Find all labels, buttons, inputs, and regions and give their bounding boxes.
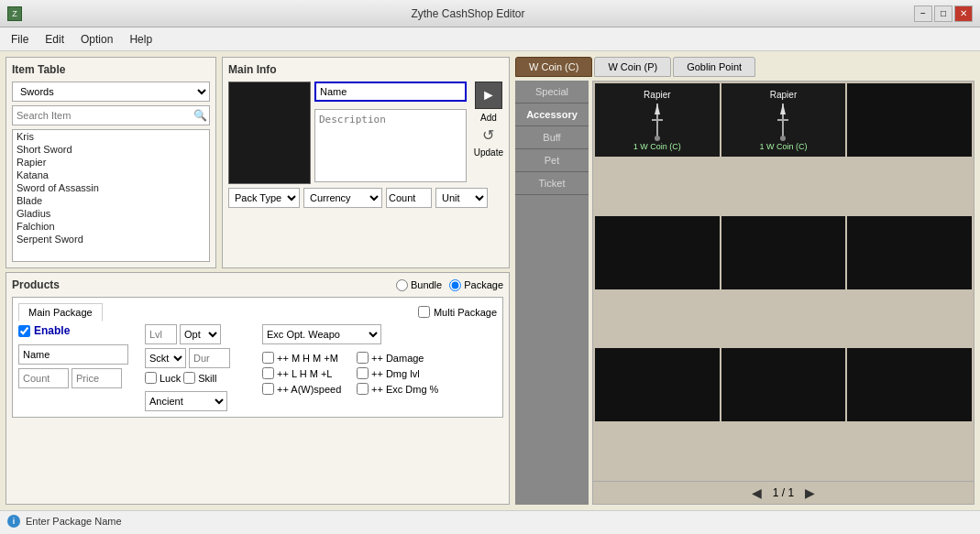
pack-type-select[interactable]: Pack Type Single Bundle bbox=[228, 188, 300, 208]
lhml-label[interactable]: ++ L H M +L bbox=[262, 367, 354, 379]
category-buff[interactable]: Buff bbox=[515, 126, 589, 149]
close-button[interactable]: ✕ bbox=[954, 5, 973, 22]
lhml-checkbox[interactable] bbox=[262, 367, 274, 379]
update-button[interactable]: Update bbox=[474, 147, 503, 158]
grid-cell-0[interactable]: Rapier 1 W Coin (C) bbox=[595, 83, 720, 157]
grid-cell-4[interactable] bbox=[721, 216, 846, 289]
grid-cell-3[interactable] bbox=[595, 216, 720, 289]
item-price-1: 1 W Coin (C) bbox=[759, 142, 807, 151]
enable-label: Enable bbox=[34, 324, 70, 337]
search-icon[interactable]: 🔍 bbox=[191, 106, 209, 125]
ancient-select[interactable]: Ancient Normal Rare bbox=[145, 391, 227, 411]
status-message: Enter Package Name bbox=[26, 516, 122, 527]
menu-help[interactable]: Help bbox=[122, 31, 160, 48]
package-name-input[interactable] bbox=[18, 344, 128, 365]
menu-option[interactable]: Option bbox=[73, 31, 120, 48]
menu-file[interactable]: File bbox=[4, 31, 36, 48]
currency-select[interactable]: Currency W Coin (C) W Coin (P) Goblin Po… bbox=[303, 188, 382, 208]
app-icon: Z bbox=[7, 6, 22, 21]
main-package-tab[interactable]: Main Package bbox=[18, 303, 103, 321]
list-item[interactable]: Katana bbox=[13, 169, 209, 181]
mhmm-damage-row: ++ M H M +M ++ Damage bbox=[262, 352, 444, 364]
grid-cell-1[interactable]: Rapier 1 W Coin (C) bbox=[721, 83, 846, 157]
svg-marker-6 bbox=[780, 104, 786, 114]
bundle-radio[interactable] bbox=[396, 279, 408, 291]
sword-icon-1 bbox=[772, 102, 794, 142]
list-item[interactable]: Blade bbox=[13, 194, 209, 207]
menu-edit[interactable]: Edit bbox=[38, 31, 72, 48]
category-select[interactable]: Swords Axes Bows Staves bbox=[12, 82, 210, 102]
dur-input[interactable] bbox=[189, 348, 230, 368]
excdmg-checkbox[interactable] bbox=[357, 383, 369, 395]
lvl-input[interactable] bbox=[145, 324, 177, 344]
mhmm-checkbox[interactable] bbox=[262, 352, 274, 364]
category-pet[interactable]: Pet bbox=[515, 149, 589, 172]
mhmm-label[interactable]: ++ M H M +M bbox=[262, 352, 354, 364]
add-button[interactable]: Add bbox=[480, 113, 497, 123]
damage-checkbox[interactable] bbox=[357, 352, 369, 364]
shop-tabs: W Coin (C) W Coin (P) Goblin Point bbox=[515, 57, 974, 77]
multi-package-checkbox[interactable] bbox=[418, 306, 430, 318]
opt-select[interactable]: Opt bbox=[180, 324, 221, 344]
tab-wcoin-c[interactable]: W Coin (C) bbox=[515, 57, 592, 77]
unit-select[interactable]: Unit Day Month bbox=[435, 188, 488, 208]
prev-page-button[interactable]: ◀ bbox=[748, 485, 765, 500]
item-name-0: Rapier bbox=[644, 90, 670, 100]
category-ticket[interactable]: Ticket bbox=[515, 172, 589, 195]
page-label: 1 / 1 bbox=[773, 486, 794, 499]
grid-cell-5[interactable] bbox=[847, 216, 972, 289]
damage-label[interactable]: ++ Damage bbox=[357, 352, 444, 364]
enable-checkbox[interactable] bbox=[18, 325, 30, 337]
sckt-select[interactable]: Sckt bbox=[145, 348, 186, 368]
shop-content: Special Accessory Buff Pet Ticket Rapier bbox=[515, 81, 974, 505]
exc-opt-select[interactable]: Exc Opt. Weapo Exc Opt. Armor None bbox=[262, 324, 381, 344]
app-title: Zythe CashShop Editor bbox=[22, 7, 914, 20]
list-item[interactable]: Falchion bbox=[13, 220, 209, 233]
tab-wcoin-p[interactable]: W Coin (P) bbox=[594, 57, 671, 77]
skill-checkbox[interactable] bbox=[183, 372, 195, 384]
pagination-bar: ◀ 1 / 1 ▶ bbox=[593, 481, 974, 504]
update-icon[interactable]: ↺ bbox=[482, 126, 494, 144]
bundle-radio-label[interactable]: Bundle bbox=[396, 279, 442, 291]
grid-cell-2[interactable] bbox=[847, 83, 972, 157]
awspeed-excdmg-row: ++ A(W)speed ++ Exc Dmg % bbox=[262, 383, 444, 395]
awspeed-label[interactable]: ++ A(W)speed bbox=[262, 383, 354, 395]
skill-label[interactable]: Skill bbox=[183, 372, 216, 384]
tab-goblin-point[interactable]: Goblin Point bbox=[673, 57, 755, 77]
grid-cell-8[interactable] bbox=[847, 348, 972, 421]
category-accessory[interactable]: Accessory bbox=[515, 104, 589, 126]
item-description-input[interactable] bbox=[314, 109, 467, 182]
minimize-button[interactable]: − bbox=[914, 5, 932, 22]
lvl-opt-row: Opt bbox=[145, 324, 255, 344]
nav-right-button[interactable]: ► bbox=[475, 82, 502, 109]
package-radio-label[interactable]: Package bbox=[449, 279, 503, 291]
package-price-input[interactable] bbox=[72, 368, 122, 388]
category-special[interactable]: Special bbox=[515, 81, 589, 104]
grid-cell-7[interactable] bbox=[721, 348, 846, 421]
count-input[interactable] bbox=[386, 188, 432, 208]
dmglvl-label[interactable]: ++ Dmg lvl bbox=[357, 367, 444, 379]
list-item[interactable]: Kris bbox=[13, 130, 209, 143]
next-page-button[interactable]: ▶ bbox=[801, 485, 819, 500]
list-item[interactable]: Gladius bbox=[13, 207, 209, 220]
list-item[interactable]: Rapier bbox=[13, 156, 209, 169]
grid-cell-6[interactable] bbox=[595, 348, 720, 421]
search-input[interactable] bbox=[13, 110, 191, 121]
items-grid: Rapier 1 W Coin (C) Rapier bbox=[593, 82, 974, 481]
list-item[interactable]: Short Sword bbox=[13, 143, 209, 156]
dmglvl-checkbox[interactable] bbox=[357, 367, 369, 379]
package-count-input[interactable] bbox=[18, 368, 69, 388]
awspeed-checkbox[interactable] bbox=[262, 383, 274, 395]
item-name-input[interactable] bbox=[314, 82, 467, 102]
excdmg-label[interactable]: ++ Exc Dmg % bbox=[357, 383, 444, 395]
luck-checkbox[interactable] bbox=[145, 372, 157, 384]
list-item[interactable]: Serpent Sword bbox=[13, 233, 209, 245]
products-inner: Main Package Multi Package Enable bbox=[12, 297, 503, 418]
products-panel: Products Bundle Package Main Package bbox=[6, 272, 510, 505]
list-item[interactable]: Sword of Assassin bbox=[13, 181, 209, 194]
sckt-dur-row: Sckt bbox=[145, 348, 255, 368]
package-radio[interactable] bbox=[449, 279, 461, 291]
title-bar: Z Zythe CashShop Editor − □ ✕ bbox=[0, 0, 980, 27]
luck-label[interactable]: Luck bbox=[145, 372, 181, 384]
restore-button[interactable]: □ bbox=[934, 5, 952, 22]
